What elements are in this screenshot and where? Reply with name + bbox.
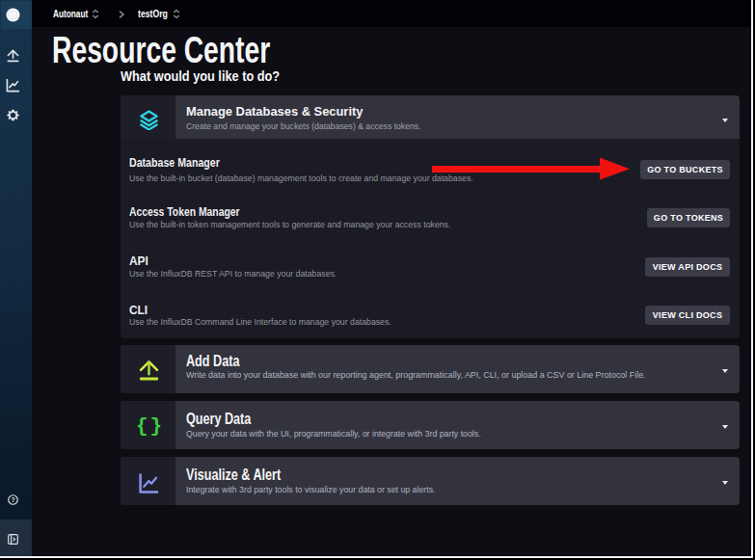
svg-text:?: ?	[11, 496, 14, 503]
